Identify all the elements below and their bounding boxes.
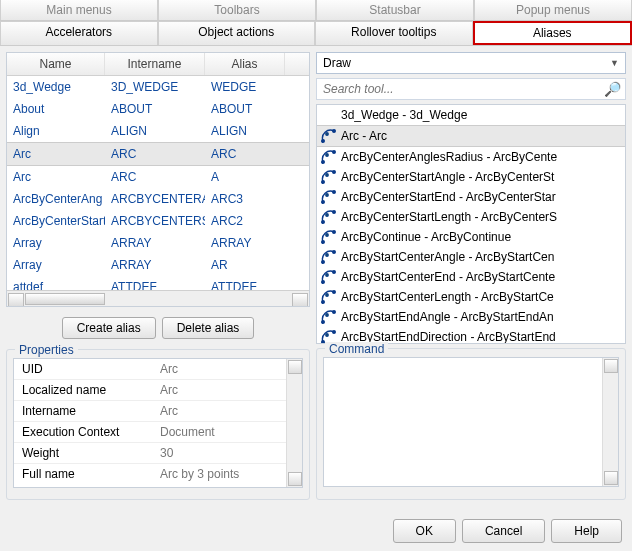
binoculars-icon[interactable]: 🔎 [604,81,621,97]
right-column: Draw ▼ 🔎 3d_Wedge - 3d_WedgeArc - ArcArc… [316,52,626,500]
tool-item[interactable]: ArcByCenterAnglesRadius - ArcByCente [317,147,625,167]
alias-button-row: Create alias Delete alias [6,313,310,343]
svg-point-18 [322,261,325,264]
tab-aliases[interactable]: Aliases [473,21,633,45]
tool-item[interactable]: ArcByStartEndAngle - ArcByStartEndAn [317,307,625,327]
ok-button[interactable]: OK [393,519,456,543]
tab-row-1: Main menus Toolbars Statusbar Popup menu… [0,0,632,21]
alias-table-hscroll[interactable] [7,290,309,306]
svg-point-16 [333,231,336,234]
properties-vscroll[interactable] [286,359,302,487]
svg-point-11 [326,194,328,196]
property-row[interactable]: Localized nameArc [14,380,286,401]
property-row[interactable]: Weight30 [14,443,286,464]
alias-row[interactable]: AlignALIGNALIGN [7,120,309,142]
tool-item[interactable]: ArcByContinue - ArcByContinue [317,227,625,247]
tool-item-label: ArcByCenterStartAngle - ArcByCenterSt [341,170,554,184]
tool-item-label: ArcByStartEndAngle - ArcByStartEndAn [341,310,554,324]
tool-item-label: ArcByStartCenterEnd - ArcByStartCente [341,270,555,284]
properties-legend: Properties [15,343,78,357]
alias-row[interactable]: AboutABOUTABOUT [7,98,309,120]
svg-point-15 [322,241,325,244]
tool-item[interactable]: 3d_Wedge - 3d_Wedge [317,105,625,125]
svg-point-0 [322,140,325,143]
tool-list: 3d_Wedge - 3d_WedgeArc - ArcArcByCenterA… [316,104,626,344]
tool-item[interactable]: ArcByCenterStartAngle - ArcByCenterSt [317,167,625,187]
svg-point-17 [326,234,328,236]
alias-row[interactable]: ArcARCA [7,166,309,188]
alias-row[interactable]: ArcByCenterStartARCBYCENTERSTARC2 [7,210,309,232]
tool-item[interactable]: ArcByStartCenterLength - ArcByStartCe [317,287,625,307]
chevron-down-icon: ▼ [610,58,619,68]
svg-point-26 [326,294,328,296]
svg-point-4 [333,151,336,154]
alias-table: Name Intername Alias 3d_Wedge3D_WEDGEWED… [6,52,310,307]
svg-point-22 [333,271,336,274]
tool-item-label: ArcByCenterStartEnd - ArcByCenterStar [341,190,556,204]
tool-item[interactable]: ArcByCenterStartEnd - ArcByCenterStar [317,187,625,207]
svg-point-7 [333,171,336,174]
tab-object-actions[interactable]: Object actions [158,21,316,45]
alias-row[interactable]: 3d_Wedge3D_WEDGEWEDGE [7,76,309,98]
col-name[interactable]: Name [7,53,105,75]
tool-item-label: ArcByStartCenterLength - ArcByStartCe [341,290,554,304]
category-combo[interactable]: Draw ▼ [316,52,626,74]
property-row[interactable]: Full nameArc by 3 points [14,464,286,484]
command-vscroll[interactable] [602,358,618,486]
tab-popup-menus[interactable]: Popup menus [474,0,632,20]
alias-row[interactable]: ArcARCARC [7,142,309,166]
left-column: Name Intername Alias 3d_Wedge3D_WEDGEWED… [6,52,310,500]
tab-toolbars[interactable]: Toolbars [158,0,316,20]
alias-table-header: Name Intername Alias [7,53,309,76]
command-legend: Command [325,342,388,356]
tool-item[interactable]: ArcByStartCenterAngle - ArcByStartCen [317,247,625,267]
svg-point-19 [333,251,336,254]
delete-alias-button[interactable]: Delete alias [162,317,255,339]
property-row[interactable]: UIDArc [14,359,286,380]
category-combo-value: Draw [323,56,351,70]
svg-point-9 [322,201,325,204]
alias-row[interactable]: ArcByCenterAngARCBYCENTERAIARC3 [7,188,309,210]
tab-row-2: Accelerators Object actions Rollover too… [0,21,632,46]
tab-statusbar[interactable]: Statusbar [316,0,474,20]
svg-point-12 [322,221,325,224]
tab-main-menus[interactable]: Main menus [0,0,158,20]
col-alias[interactable]: Alias [205,53,285,75]
tool-item-label: ArcByCenterStartLength - ArcByCenterS [341,210,557,224]
tool-item-label: ArcByCenterAnglesRadius - ArcByCente [341,150,557,164]
tab-accelerators[interactable]: Accelerators [0,21,158,45]
svg-point-25 [333,291,336,294]
svg-point-10 [333,191,336,194]
cancel-button[interactable]: Cancel [462,519,545,543]
svg-point-31 [333,331,336,334]
svg-point-14 [326,214,328,216]
svg-point-24 [322,301,325,304]
tool-item[interactable]: Arc - Arc [317,125,625,147]
svg-point-21 [322,281,325,284]
search-input[interactable] [321,81,600,97]
svg-point-2 [326,133,328,135]
tab-rollover-tooltips[interactable]: Rollover tooltips [315,21,473,45]
create-alias-button[interactable]: Create alias [62,317,156,339]
tool-item-label: 3d_Wedge - 3d_Wedge [341,108,467,122]
svg-point-20 [326,254,328,256]
property-row[interactable]: Execution ContextDocument [14,422,286,443]
svg-point-1 [333,130,336,133]
tool-item[interactable]: ArcByStartCenterEnd - ArcByStartCente [317,267,625,287]
property-row[interactable]: InternameArc [14,401,286,422]
command-preview [323,357,619,487]
svg-point-32 [326,334,328,336]
search-row: 🔎 [316,78,626,100]
alias-row[interactable]: attdefATTDEFATTDEF [7,276,309,290]
svg-point-5 [326,154,328,156]
tool-item[interactable]: ArcByCenterStartLength - ArcByCenterS [317,207,625,227]
svg-point-29 [326,314,328,316]
svg-point-6 [322,181,325,184]
alias-row[interactable]: ArrayARRAYAR [7,254,309,276]
svg-point-27 [322,321,325,324]
help-button[interactable]: Help [551,519,622,543]
properties-table: UIDArcLocalized nameArcInternameArcExecu… [13,358,303,488]
tool-item-label: ArcByStartCenterAngle - ArcByStartCen [341,250,554,264]
alias-row[interactable]: ArrayARRAYARRAY [7,232,309,254]
col-intername[interactable]: Intername [105,53,205,75]
